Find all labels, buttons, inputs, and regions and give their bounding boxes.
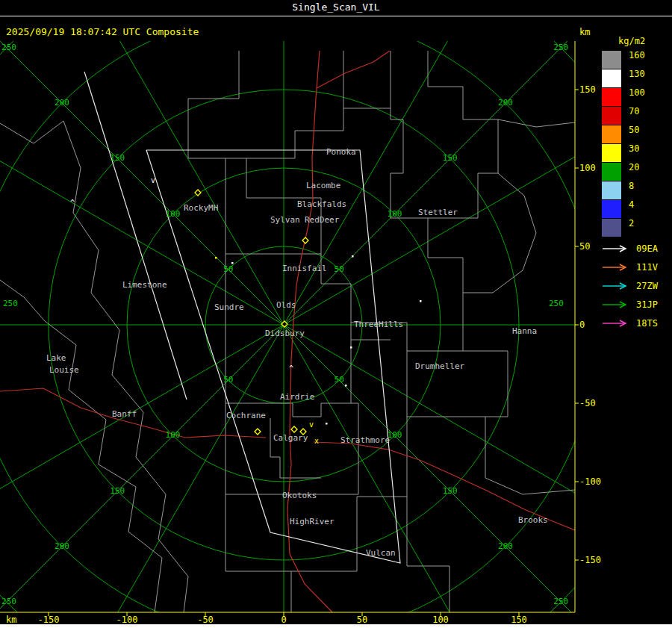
city-label: Strathmore — [340, 435, 390, 445]
bottom-axis-label: -100 — [116, 615, 138, 625]
titlebar: Single_Scan_VIL — [0, 0, 672, 16]
legend-value: 130 — [629, 69, 645, 79]
storm-marker — [345, 385, 347, 387]
range-label: 100 — [388, 209, 402, 219]
range-label: 50 — [223, 264, 233, 274]
city-label: Didsbury — [265, 329, 305, 338]
range-label: 200 — [55, 98, 69, 108]
track-id: 27ZW — [636, 281, 658, 291]
track-arrow-icon — [602, 300, 630, 309]
range-label: 100 — [166, 430, 181, 440]
city-label: Hanna — [512, 326, 537, 336]
range-label: 250 — [1, 43, 16, 52]
right-axis-label: 100 — [579, 163, 596, 173]
city-label: Sundre — [214, 302, 244, 312]
county-boundary — [225, 494, 291, 612]
bottom-axis-unit-label: km — [6, 615, 16, 625]
county-boundary — [428, 51, 498, 218]
city-label: Limestone — [122, 280, 167, 290]
county-boundary — [391, 51, 463, 293]
legend-entry: 30 — [602, 144, 669, 163]
city-label: Drumheller — [415, 361, 465, 371]
city-label: Sylvan — [270, 215, 300, 225]
legend-swatch — [602, 181, 621, 199]
track-legend-entry: 18TS — [602, 314, 669, 332]
storm-marker: x — [314, 437, 319, 445]
legend-swatch — [602, 107, 621, 125]
right-axis-label: 150 — [579, 84, 596, 95]
county-boundary — [463, 173, 536, 293]
radar-app-window: Single_Scan_VIL 2025/09/19 18:07:42 UTC … — [0, 0, 672, 628]
track-arrow-icon — [602, 282, 630, 290]
legend-swatch — [602, 51, 621, 69]
legend-entry: 50 — [602, 125, 669, 144]
range-label: 200 — [55, 541, 69, 551]
range-label: 100 — [388, 430, 402, 440]
city-label: Lake — [46, 353, 66, 363]
range-label: 150 — [110, 486, 125, 496]
range-label: 250 — [553, 597, 568, 606]
storm-marker — [215, 257, 217, 259]
city-label: ThreeHills — [354, 320, 403, 329]
range-label: 200 — [498, 541, 513, 551]
range-label: 250 — [1, 597, 16, 606]
legend-unit-label: kg/m2 — [618, 36, 645, 46]
storm-marker — [352, 255, 354, 258]
right-axis-label: 50 — [579, 241, 590, 252]
county-boundary — [485, 417, 575, 494]
range-label: 100 — [166, 209, 181, 219]
city-label: Olds — [276, 300, 296, 310]
storm-marker — [350, 346, 352, 349]
legend-entry: 130 — [602, 69, 669, 88]
legend-swatch — [602, 69, 621, 87]
track-id: 111V — [636, 262, 658, 273]
city-label: Innisfail — [282, 264, 327, 273]
range-label: 200 — [498, 98, 513, 108]
city-label: Banff — [112, 409, 137, 419]
city-label: Lacombe — [306, 181, 340, 190]
legend-swatch — [602, 163, 621, 181]
county-boundary — [498, 119, 575, 127]
bottom-axis-label: 50 — [357, 615, 367, 625]
range-label: 250 — [549, 299, 564, 308]
storm-marker: v — [151, 176, 155, 184]
range-label: 50 — [335, 264, 344, 274]
right-axis-unit-label: km — [579, 27, 590, 37]
legend-entry: 70 — [602, 107, 669, 125]
range-label: 250 — [3, 299, 18, 308]
legend-entry: 4 — [602, 200, 669, 219]
radar-map-canvas[interactable]: PonokaLacombeBlackfaldsSylvanRedDeerStet… — [0, 41, 601, 628]
track-legend-entry: 09EA — [602, 239, 669, 258]
storm-marker: v — [309, 420, 314, 429]
storm-marker: ^ — [289, 364, 293, 373]
track-legend-entry: 27ZW — [602, 276, 669, 295]
range-label: 50 — [223, 375, 233, 385]
city-label: HighRiver — [290, 517, 335, 526]
site-marker — [255, 429, 261, 435]
city-label: RedDeer — [305, 215, 340, 225]
right-axis-label: -50 — [579, 398, 596, 408]
county-boundary — [225, 108, 391, 158]
city-label: Louise — [49, 365, 79, 375]
track-arrow-icon — [602, 319, 630, 328]
highway-line — [317, 51, 390, 88]
bottom-axis-label: 100 — [432, 615, 449, 625]
county-boundary — [357, 417, 407, 497]
legend-value: 100 — [629, 88, 645, 98]
city-label: Brooks — [518, 515, 548, 525]
legend-swatch — [602, 125, 621, 143]
storm-marker — [420, 300, 422, 302]
county-boundary — [291, 497, 357, 571]
bottom-axis-label: -150 — [38, 615, 60, 625]
range-label: 250 — [553, 43, 568, 52]
legend-entry: 100 — [602, 88, 669, 107]
track-legend: 09EA111V27ZW31JP18TS — [602, 239, 669, 332]
city-label: Stettler — [418, 208, 458, 217]
track-id: 18TS — [636, 318, 658, 329]
county-boundary — [63, 121, 188, 612]
range-label: 50 — [335, 375, 344, 385]
window-title: Single_Scan_VIL — [292, 1, 379, 13]
legend-entry: 160 — [602, 51, 669, 69]
range-label: 150 — [443, 486, 458, 496]
legend-entry: 2 — [602, 219, 669, 237]
